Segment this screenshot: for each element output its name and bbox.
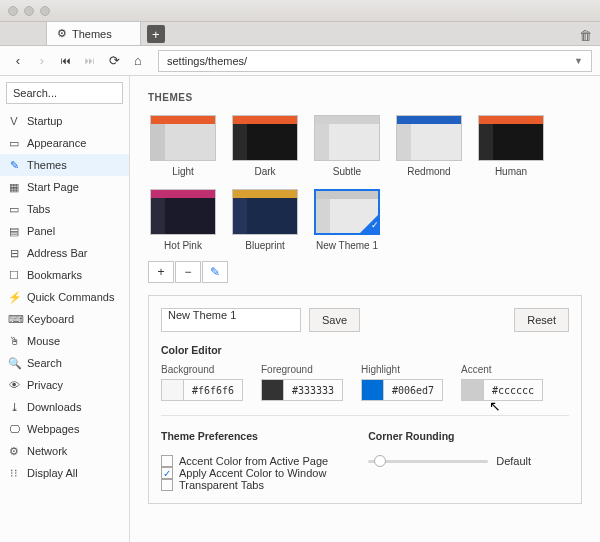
checkbox[interactable] (161, 455, 173, 467)
sidebar-item-label: Bookmarks (27, 269, 82, 281)
pref-transparent-tabs[interactable]: Transparent Tabs (161, 479, 328, 491)
gear-icon: ⚙ (57, 27, 67, 40)
slider-knob[interactable] (374, 455, 386, 467)
sidebar-item-label: Quick Commands (27, 291, 114, 303)
sidebar-item-keyboard[interactable]: ⌨Keyboard (0, 308, 129, 330)
sidebar-icon: ⁝⁝ (8, 467, 20, 480)
titlebar (0, 0, 600, 22)
fg-label: Foreground (261, 364, 343, 375)
sidebar-item-tabs[interactable]: ▭Tabs (0, 198, 129, 220)
pref-apply-accent-color-to-window[interactable]: ✓Apply Accent Color to Window (161, 467, 328, 479)
sidebar-icon: ⊟ (8, 247, 20, 260)
sidebar-item-label: Startup (27, 115, 62, 127)
sidebar-icon: ✎ (8, 159, 20, 172)
theme-label: Redmond (407, 166, 450, 177)
tab-themes[interactable]: ⚙ Themes (46, 21, 141, 45)
sidebar-item-label: Address Bar (27, 247, 88, 259)
sidebar-item-search[interactable]: 🔍Search (0, 352, 129, 374)
sidebar-item-webpages[interactable]: 🖵Webpages (0, 418, 129, 440)
rewind-button[interactable]: ⏮ (56, 51, 76, 71)
pref-accent-color-from-active-page[interactable]: Accent Color from Active Page (161, 455, 328, 467)
sidebar-icon: ⚙ (8, 445, 20, 458)
theme-name-input[interactable]: New Theme 1 (161, 308, 301, 332)
sidebar-item-label: Keyboard (27, 313, 74, 325)
maximize-window[interactable] (40, 6, 50, 16)
themes-grid: LightDarkSubtleRedmondHumanHot PinkBluep… (148, 115, 582, 251)
checkbox[interactable]: ✓ (161, 467, 173, 479)
bg-label: Background (161, 364, 243, 375)
theme-subtle[interactable]: Subtle (312, 115, 382, 177)
sidebar-icon: ▭ (8, 203, 20, 216)
theme-hot-pink[interactable]: Hot Pink (148, 189, 218, 251)
sidebar-item-appearance[interactable]: ▭Appearance (0, 132, 129, 154)
theme-label: Human (495, 166, 527, 177)
settings-content: THEMES LightDarkSubtleRedmondHumanHot Pi… (130, 76, 600, 542)
hl-picker[interactable]: #006ed7 (361, 379, 443, 401)
sidebar-item-address-bar[interactable]: ⊟Address Bar (0, 242, 129, 264)
sidebar-icon: ☐ (8, 269, 20, 282)
theme-redmond[interactable]: Redmond (394, 115, 464, 177)
back-button[interactable]: ‹ (8, 51, 28, 71)
theme-editor: New Theme 1 Save Reset Color Editor Back… (148, 295, 582, 504)
fg-picker[interactable]: #333333 (261, 379, 343, 401)
sidebar-item-label: Mouse (27, 335, 60, 347)
hl-label: Highlight (361, 364, 443, 375)
sidebar-item-bookmarks[interactable]: ☐Bookmarks (0, 264, 129, 286)
theme-blueprint[interactable]: Blueprint (230, 189, 300, 251)
ac-picker[interactable]: #cccccc (461, 379, 543, 401)
sidebar-item-quick-commands[interactable]: ⚡Quick Commands (0, 286, 129, 308)
sidebar-item-themes[interactable]: ✎Themes (0, 154, 129, 176)
prefs-heading: Theme Preferences (161, 430, 328, 442)
home-button[interactable]: ⌂ (128, 51, 148, 71)
color-editor-heading: Color Editor (161, 344, 569, 356)
theme-human[interactable]: Human (476, 115, 546, 177)
chevron-down-icon[interactable]: ▼ (574, 56, 583, 66)
edit-theme-button[interactable]: ✎ (202, 261, 228, 283)
corner-rounding-slider[interactable] (368, 460, 488, 463)
fast-forward-button[interactable]: ⏭ (80, 51, 100, 71)
sidebar-item-label: Start Page (27, 181, 79, 193)
bg-picker[interactable]: #f6f6f6 (161, 379, 243, 401)
theme-label: Hot Pink (164, 240, 202, 251)
search-input[interactable]: Search... (6, 82, 123, 104)
theme-dark[interactable]: Dark (230, 115, 300, 177)
ac-label: Accent (461, 364, 543, 375)
reset-button[interactable]: Reset (514, 308, 569, 332)
close-window[interactable] (8, 6, 18, 16)
save-button[interactable]: Save (309, 308, 360, 332)
sidebar-item-mouse[interactable]: 🖱Mouse (0, 330, 129, 352)
selected-check-icon (360, 215, 378, 233)
sidebar-icon: V (8, 115, 20, 127)
sidebar-item-label: Webpages (27, 423, 79, 435)
theme-label: New Theme 1 (316, 240, 378, 251)
sidebar-item-privacy[interactable]: 👁Privacy (0, 374, 129, 396)
toolbar: ‹ › ⏮ ⏭ ⟳ ⌂ settings/themes/ ▼ (0, 46, 600, 76)
sidebar-icon: 👁 (8, 379, 20, 391)
theme-new-theme-1[interactable]: New Theme 1 (312, 189, 382, 251)
address-bar[interactable]: settings/themes/ ▼ (158, 50, 592, 72)
forward-button[interactable]: › (32, 51, 52, 71)
checkbox[interactable] (161, 479, 173, 491)
remove-theme-button[interactable]: − (175, 261, 201, 283)
theme-label: Dark (254, 166, 275, 177)
sidebar-item-downloads[interactable]: ⤓Downloads (0, 396, 129, 418)
minimize-window[interactable] (24, 6, 34, 16)
trash-icon[interactable]: 🗑 (579, 28, 592, 43)
sidebar-item-startup[interactable]: VStartup (0, 110, 129, 132)
sidebar-item-panel[interactable]: ▤Panel (0, 220, 129, 242)
sidebar-item-display-all[interactable]: ⁝⁝Display All (0, 462, 129, 484)
reload-button[interactable]: ⟳ (104, 51, 124, 71)
new-tab-button[interactable]: + (147, 25, 165, 43)
sidebar-item-label: Search (27, 357, 62, 369)
sidebar-item-network[interactable]: ⚙Network (0, 440, 129, 462)
add-theme-button[interactable]: + (148, 261, 174, 283)
pref-label: Apply Accent Color to Window (179, 467, 326, 479)
theme-label: Blueprint (245, 240, 284, 251)
color-editor: Background #f6f6f6 Foreground #333333 Hi… (161, 364, 569, 401)
theme-light[interactable]: Light (148, 115, 218, 177)
section-heading: THEMES (148, 92, 582, 103)
sidebar-icon: ▭ (8, 137, 20, 150)
sidebar-item-start-page[interactable]: ▦Start Page (0, 176, 129, 198)
sidebar-icon: 🖵 (8, 423, 20, 435)
sidebar-icon: ▤ (8, 225, 20, 238)
